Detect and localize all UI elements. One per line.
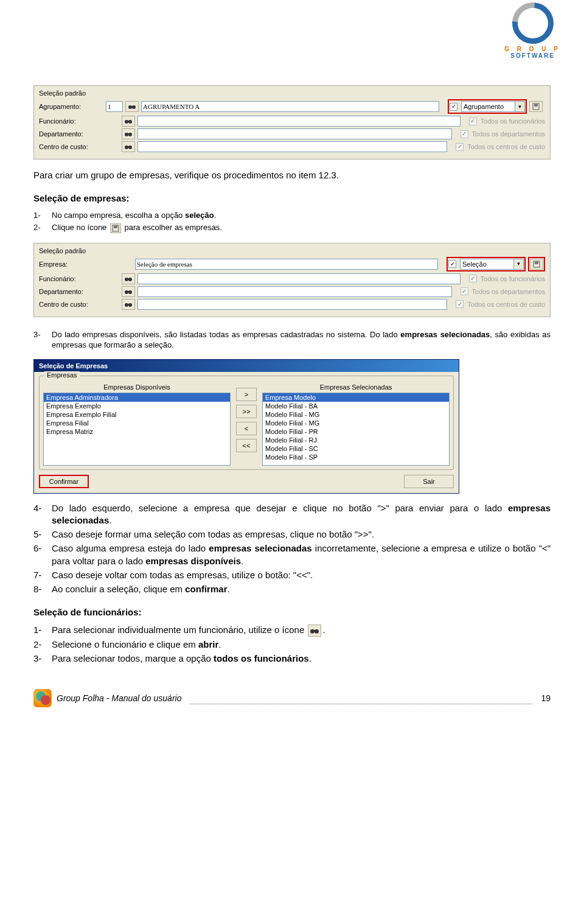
label-departamento: Departamento: (39, 288, 106, 295)
step-5: Caso deseje formar uma seleção com todas… (52, 528, 551, 541)
heading-selecao-funcionarios: Seleção de funcionários: (33, 606, 551, 618)
binoculars-icon (125, 144, 132, 150)
departamento-checkbox[interactable] (461, 130, 468, 138)
list-item[interactable]: Modelo Filial - SP (263, 453, 449, 461)
move-left-button[interactable]: < (236, 422, 257, 435)
list-item[interactable]: Modelo Filial - MG (263, 419, 449, 427)
agrupamento-number-input[interactable] (106, 101, 123, 112)
step-3: Do lado empresas disponíveis, são listad… (52, 329, 551, 351)
sf-step-1: Para selecionar individualmente um funci… (52, 624, 551, 637)
move-right-button[interactable]: > (236, 388, 257, 401)
open-dialog-icon-button[interactable] (530, 259, 543, 270)
agrupamento-dropdown[interactable]: Agrupamento ▼ (461, 101, 525, 112)
ord-num: 3- (33, 653, 52, 665)
binoculars-icon-button[interactable] (122, 273, 135, 284)
heading-selecao-empresas: Seleção de empresas: (33, 192, 551, 205)
available-header: Empresas Disponíveis (43, 383, 231, 391)
dropdown-value: Seleção (462, 261, 487, 268)
funcionario-check-label: Todos os funcionários (481, 117, 545, 125)
centro-checkbox[interactable] (456, 143, 464, 151)
list-item[interactable]: Empresa Matriz (44, 427, 230, 436)
list-item[interactable]: Empresa Exemplo (44, 402, 230, 410)
centro-checkbox[interactable] (456, 300, 464, 308)
list-item[interactable]: Modelo Filial - PR (263, 427, 449, 436)
svg-rect-20 (127, 278, 130, 279)
agrupamento-text-input[interactable] (141, 101, 439, 112)
binoculars-icon (125, 301, 132, 307)
fieldset-legend: Empresas (44, 371, 80, 379)
svg-rect-13 (127, 146, 130, 147)
label-centro: Centro de custo: (39, 301, 106, 308)
label-centro: Centro de custo: (39, 143, 106, 150)
list-item[interactable]: Empresa Exemplo Filial (44, 410, 230, 419)
step-4: Do lado esquerdo, selecione a empresa qu… (52, 502, 551, 527)
ord-num: 1- (33, 624, 52, 637)
binoculars-icon-button[interactable] (122, 128, 135, 139)
label-agrupamento: Agrupamento: (39, 103, 106, 110)
selected-listbox[interactable]: Empresa ModeloModelo Filial - BAModelo F… (262, 393, 450, 466)
centro-check-label: Todos os centros de custo (467, 301, 545, 308)
footer-app-icon (33, 689, 52, 707)
list-item[interactable]: Modelo Filial - RJ (263, 436, 449, 444)
confirm-button[interactable]: Confirmar (39, 475, 89, 488)
label-empresa: Empresa: (39, 261, 106, 268)
funcionario-checkbox[interactable] (469, 117, 477, 125)
svg-rect-2 (131, 106, 133, 107)
funcionario-text-input[interactable] (137, 273, 461, 284)
departamento-checkbox[interactable] (461, 287, 468, 295)
disk-icon (533, 261, 540, 268)
binoculars-icon-button[interactable] (125, 101, 139, 112)
ord-num: 1- (33, 210, 52, 221)
label-departamento: Departamento: (39, 130, 106, 138)
list-item[interactable]: Modelo Filial - SC (263, 444, 449, 453)
agrupamento-checkbox[interactable] (450, 103, 457, 111)
exit-button[interactable]: Sair (404, 475, 454, 488)
ord-num: 7- (33, 569, 52, 581)
departamento-text-input[interactable] (137, 128, 452, 139)
binoculars-icon-button[interactable] (122, 286, 135, 297)
step-7: Caso deseje voltar com todas as empresas… (52, 569, 551, 581)
label-funcionario: Funcionário: (39, 117, 106, 125)
binoculars-icon-button[interactable] (122, 141, 135, 152)
list-item[interactable]: Empresa Adminstradora (44, 393, 230, 402)
step-2: Clique no ícone para escolher as empresa… (52, 222, 551, 233)
step-8: Ao concluir a seleção, clique em confirm… (52, 583, 551, 595)
list-item[interactable]: Empresa Modelo (263, 393, 449, 402)
empresa-text-input[interactable] (135, 259, 438, 270)
binoculars-icon (125, 289, 132, 295)
list-item[interactable]: Empresa Filial (44, 419, 230, 427)
departamento-check-label: Todos os departamentos (472, 130, 545, 138)
ord-num: 3- (33, 329, 52, 351)
ord-num: 2- (33, 639, 52, 651)
binoculars-icon (125, 276, 132, 282)
move-all-left-button[interactable]: << (236, 439, 257, 452)
empresa-dropdown[interactable]: Seleção ▼ (460, 259, 524, 270)
available-listbox[interactable]: Empresa AdminstradoraEmpresa ExemploEmpr… (43, 393, 231, 466)
panel-section-label: Seleção padrão (39, 89, 545, 97)
binoculars-icon-button[interactable] (122, 299, 135, 310)
funcionario-checkbox[interactable] (469, 275, 477, 282)
label-funcionario: Funcionário: (39, 275, 106, 282)
chevron-down-icon: ▼ (515, 102, 524, 111)
svg-rect-7 (127, 121, 130, 122)
logo-line1: G R O U P (504, 46, 561, 52)
ord-num: 2- (33, 222, 52, 233)
funcionario-text-input[interactable] (137, 116, 461, 127)
paragraph-intro: Para criar um grupo de empresas, verifiq… (33, 169, 551, 181)
centro-text-input[interactable] (137, 141, 447, 152)
dialog-title: Seleção de Empresas (34, 360, 459, 372)
centro-text-input[interactable] (137, 299, 447, 310)
svg-rect-29 (313, 630, 316, 631)
brand-logo: G R O U P SOFTWARE (504, 2, 561, 59)
ord-num: 8- (33, 583, 52, 595)
svg-rect-10 (127, 133, 130, 135)
list-item[interactable]: Modelo Filial - BA (263, 402, 449, 410)
move-all-right-button[interactable]: >> (236, 405, 257, 418)
step-1: No campo empresa, escolha a opção seleçã… (52, 210, 551, 221)
open-dialog-icon-button[interactable] (529, 101, 543, 112)
departamento-text-input[interactable] (137, 286, 452, 297)
binoculars-icon (125, 131, 132, 137)
binoculars-icon-button[interactable] (122, 116, 135, 127)
list-item[interactable]: Modelo Filial - MG (263, 410, 449, 419)
empresa-checkbox[interactable] (448, 260, 456, 268)
